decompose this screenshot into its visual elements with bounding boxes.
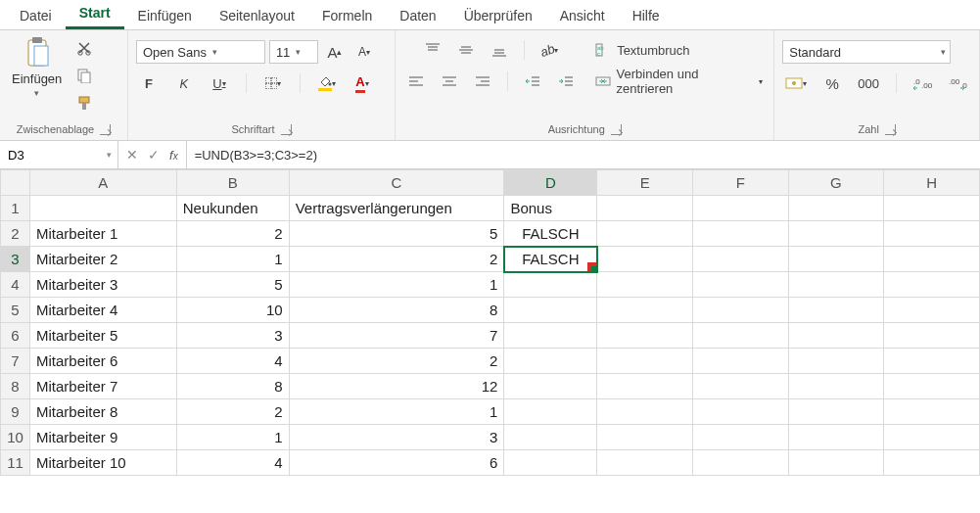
cell-G11[interactable] <box>788 450 884 476</box>
cell-C9[interactable]: 1 <box>289 399 504 425</box>
cell-G10[interactable] <box>788 425 884 450</box>
accept-formula-button[interactable]: ✓ <box>148 147 160 163</box>
cell-A7[interactable]: Mitarbeiter 6 <box>29 349 176 374</box>
cell-F11[interactable] <box>692 450 788 476</box>
increase-decimal-button[interactable]: .0.00 <box>910 73 936 93</box>
cell-C10[interactable]: 3 <box>289 425 504 450</box>
cell-A5[interactable]: Mitarbeiter 4 <box>29 298 176 323</box>
cell-F8[interactable] <box>692 374 788 399</box>
cell-C8[interactable]: 12 <box>289 374 504 399</box>
align-center-button[interactable] <box>437 71 462 91</box>
cell-H1[interactable] <box>884 196 980 221</box>
cell-D9[interactable] <box>504 399 597 425</box>
tab-einfuegen[interactable]: Einfügen <box>124 2 206 29</box>
cell-C6[interactable]: 7 <box>289 323 504 349</box>
row-header-3[interactable]: 3 <box>1 247 30 272</box>
row-header-6[interactable]: 6 <box>1 323 30 349</box>
align-middle-button[interactable] <box>453 40 479 60</box>
column-header-D[interactable]: D <box>504 170 597 196</box>
cell-G6[interactable] <box>788 323 884 349</box>
cell-F6[interactable] <box>692 323 788 349</box>
column-header-E[interactable]: E <box>597 170 693 196</box>
cell-A4[interactable]: Mitarbeiter 3 <box>29 272 176 298</box>
cell-E9[interactable] <box>597 399 693 425</box>
cell-H11[interactable] <box>884 450 980 476</box>
align-right-button[interactable] <box>470 71 495 91</box>
fill-handle[interactable] <box>589 264 597 272</box>
row-header-10[interactable]: 10 <box>1 425 30 450</box>
decrease-font-button[interactable]: A▾ <box>351 42 377 62</box>
cell-E2[interactable] <box>597 221 693 247</box>
increase-indent-button[interactable] <box>553 71 579 91</box>
cell-F5[interactable] <box>692 298 788 323</box>
cell-E7[interactable] <box>597 349 693 374</box>
cell-A1[interactable] <box>29 196 176 221</box>
cell-C3[interactable]: 2 <box>289 247 504 272</box>
cell-G4[interactable] <box>788 272 884 298</box>
cell-H2[interactable] <box>884 221 980 247</box>
cell-E10[interactable] <box>597 425 693 450</box>
column-header-H[interactable]: H <box>884 170 980 196</box>
cell-G5[interactable] <box>788 298 884 323</box>
cell-B2[interactable]: 2 <box>176 221 289 247</box>
tab-seitenlayout[interactable]: Seitenlayout <box>206 2 308 29</box>
cell-F10[interactable] <box>692 425 788 450</box>
cell-H4[interactable] <box>884 272 980 298</box>
cell-B3[interactable]: 1 <box>176 247 289 272</box>
cell-D3[interactable]: FALSCH <box>504 247 597 272</box>
cell-A2[interactable]: Mitarbeiter 1 <box>29 221 176 247</box>
cell-E1[interactable] <box>597 196 693 221</box>
cell-C7[interactable]: 2 <box>289 349 504 374</box>
tab-start[interactable]: Start <box>66 0 124 29</box>
row-header-9[interactable]: 9 <box>1 399 30 425</box>
font-name-select[interactable]: Open Sans▾ <box>136 40 265 64</box>
column-header-C[interactable]: C <box>289 170 504 196</box>
cell-C4[interactable]: 1 <box>289 272 504 298</box>
cell-B11[interactable]: 4 <box>176 450 289 476</box>
align-top-button[interactable] <box>420 40 445 60</box>
borders-button[interactable]: ▾ <box>260 73 286 93</box>
cell-G7[interactable] <box>788 349 884 374</box>
cell-B4[interactable]: 5 <box>176 272 289 298</box>
cell-A10[interactable]: Mitarbeiter 9 <box>29 425 176 450</box>
cell-A11[interactable]: Mitarbeiter 10 <box>29 450 176 476</box>
row-header-2[interactable]: 2 <box>1 221 30 247</box>
cell-A8[interactable]: Mitarbeiter 7 <box>29 374 176 399</box>
column-header-F[interactable]: F <box>692 170 788 196</box>
orientation-button[interactable]: ab ▾ <box>537 40 562 60</box>
number-format-select[interactable]: Standard▾ <box>782 40 951 64</box>
copy-button[interactable] <box>71 66 97 85</box>
cell-H6[interactable] <box>884 323 980 349</box>
tab-ansicht[interactable]: Ansicht <box>546 2 619 29</box>
insert-function-button[interactable]: fx <box>169 148 178 163</box>
cell-B7[interactable]: 4 <box>176 349 289 374</box>
cell-H10[interactable] <box>884 425 980 450</box>
worksheet[interactable]: ABCDEFGH1NeukundenVertragsverlängerungen… <box>0 169 980 513</box>
number-launcher[interactable] <box>885 124 896 135</box>
cut-button[interactable] <box>71 38 97 58</box>
bold-button[interactable]: F <box>136 73 162 93</box>
font-color-button[interactable]: A ▾ <box>350 73 375 93</box>
name-box-input[interactable] <box>6 147 69 163</box>
row-header-7[interactable]: 7 <box>1 349 30 374</box>
tab-formeln[interactable]: Formeln <box>308 2 386 29</box>
fill-color-button[interactable]: ▾ <box>314 73 340 93</box>
cancel-formula-button[interactable]: ✕ <box>126 147 138 163</box>
cell-F7[interactable] <box>692 349 788 374</box>
cell-E3[interactable] <box>597 247 693 272</box>
align-bottom-button[interactable] <box>487 40 512 60</box>
cell-A3[interactable]: Mitarbeiter 2 <box>29 247 176 272</box>
cell-F9[interactable] <box>692 399 788 425</box>
row-header-11[interactable]: 11 <box>1 450 30 476</box>
decrease-decimal-button[interactable]: .00.0 <box>946 73 971 93</box>
cell-E5[interactable] <box>597 298 693 323</box>
cell-D5[interactable] <box>504 298 597 323</box>
name-box[interactable]: ▾ <box>0 141 118 168</box>
font-size-select[interactable]: 11▾ <box>269 40 318 64</box>
alignment-launcher[interactable] <box>611 124 622 135</box>
cell-D8[interactable] <box>504 374 597 399</box>
cell-B9[interactable]: 2 <box>176 399 289 425</box>
cell-E4[interactable] <box>597 272 693 298</box>
cell-F3[interactable] <box>692 247 788 272</box>
cell-F1[interactable] <box>692 196 788 221</box>
